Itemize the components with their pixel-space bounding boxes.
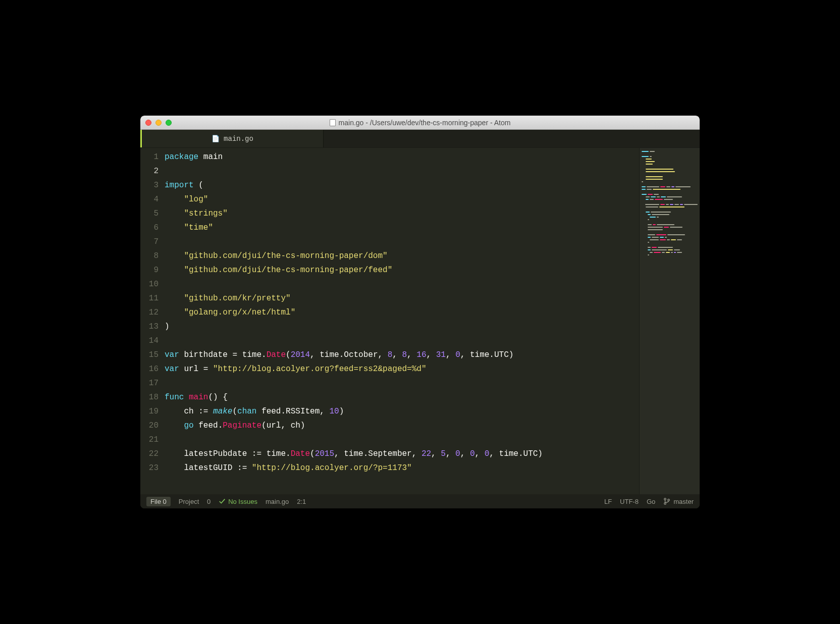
line-number[interactable]: 22: [140, 447, 159, 461]
project-label: Project: [179, 498, 199, 505]
code-line[interactable]: latestPubdate := time.Date(2015, time.Se…: [165, 447, 639, 461]
editor-body: 1234567891011121314151617181920212223 pa…: [140, 148, 700, 494]
code-line[interactable]: [165, 277, 639, 291]
tab-bar-empty[interactable]: [324, 130, 700, 147]
line-number[interactable]: 7: [140, 235, 159, 249]
code-line[interactable]: ): [165, 320, 639, 334]
git-branch[interactable]: master: [663, 498, 694, 505]
code-line[interactable]: latestGUID := "http://blog.acolyer.org/?…: [165, 461, 639, 475]
tab-main-go[interactable]: 📄 main.go: [142, 130, 324, 147]
project-count: 0: [207, 498, 211, 505]
line-number[interactable]: 21: [140, 433, 159, 447]
minimap-line: [642, 237, 698, 238]
minimap-line: [642, 227, 698, 228]
line-number[interactable]: 9: [140, 263, 159, 277]
minimap-line: [642, 151, 698, 152]
encoding-selector[interactable]: UTF-8: [620, 498, 639, 505]
minimap-line: [642, 222, 698, 223]
code-line[interactable]: [165, 235, 639, 249]
svg-point-2: [668, 499, 670, 501]
linter-file[interactable]: File 0: [146, 497, 171, 506]
close-icon[interactable]: [145, 120, 151, 126]
line-number[interactable]: 8: [140, 249, 159, 263]
code-line[interactable]: [165, 376, 639, 390]
minimap-line: [642, 204, 698, 205]
minimap-line: [642, 166, 698, 167]
tab-label: main.go: [224, 135, 253, 143]
line-number[interactable]: 16: [140, 362, 159, 376]
language-selector[interactable]: Go: [647, 498, 655, 505]
line-number[interactable]: 2: [140, 164, 159, 178]
code-line[interactable]: go feed.Paginate(url, ch): [165, 419, 639, 433]
line-number[interactable]: 15: [140, 348, 159, 362]
text-editor[interactable]: 1234567891011121314151617181920212223 pa…: [140, 148, 639, 494]
eol-text: LF: [604, 498, 612, 505]
code-line[interactable]: ch := make(chan feed.RSSItem, 10): [165, 404, 639, 419]
minimap-line: [642, 161, 698, 162]
maximize-icon[interactable]: [166, 120, 172, 126]
code-line[interactable]: [165, 433, 639, 447]
eol-selector[interactable]: LF: [604, 498, 612, 505]
titlebar[interactable]: main.go - /Users/uwe/dev/the-cs-morning-…: [140, 116, 700, 130]
minimap-line: [642, 174, 698, 175]
minimap-line: [642, 206, 698, 207]
code-line[interactable]: [165, 164, 639, 178]
svg-point-1: [664, 503, 666, 505]
code-area[interactable]: package mainimport ( "log" "strings" "ti…: [163, 150, 639, 494]
git-branch-icon: [663, 498, 670, 505]
minimap-line: [642, 254, 698, 255]
line-number[interactable]: 23: [140, 461, 159, 475]
line-number[interactable]: 10: [140, 277, 159, 291]
code-line[interactable]: var url = "http://blog.acolyer.org?feed=…: [165, 362, 639, 376]
minimap-line: [642, 196, 698, 197]
line-number[interactable]: 14: [140, 334, 159, 348]
svg-point-0: [664, 498, 666, 500]
line-number[interactable]: 20: [140, 419, 159, 433]
minimap-line: [642, 186, 698, 187]
code-line[interactable]: func main() {: [165, 390, 639, 404]
app-window: main.go - /Users/uwe/dev/the-cs-morning-…: [140, 116, 700, 508]
tab-bar: 📄 main.go: [140, 130, 700, 148]
code-line[interactable]: "github.com/djui/the-cs-morning-paper/do…: [165, 249, 639, 263]
code-line[interactable]: "log": [165, 192, 639, 206]
minimize-icon[interactable]: [155, 120, 162, 126]
document-icon: [330, 119, 336, 126]
minimap-line: [642, 169, 698, 170]
linter-status[interactable]: No Issues: [219, 498, 257, 505]
line-number[interactable]: 17: [140, 376, 159, 390]
cursor-text: 2:1: [297, 498, 306, 505]
code-line[interactable]: var birthdate = time.Date(2014, time.Oct…: [165, 348, 639, 362]
file-code-icon: 📄: [212, 135, 220, 143]
line-number[interactable]: 5: [140, 206, 159, 221]
linter-project[interactable]: Project 0: [179, 498, 211, 505]
path-text: main.go: [266, 498, 289, 505]
code-line[interactable]: import (: [165, 178, 639, 192]
line-number[interactable]: 4: [140, 192, 159, 206]
line-number[interactable]: 11: [140, 291, 159, 305]
minimap-line: [642, 181, 698, 182]
line-number[interactable]: 1: [140, 150, 159, 164]
minimap-line: [642, 191, 698, 192]
code-line[interactable]: [165, 334, 639, 348]
minimap[interactable]: [639, 148, 700, 494]
code-line[interactable]: "time": [165, 221, 639, 235]
line-number[interactable]: 3: [140, 178, 159, 192]
code-line[interactable]: package main: [165, 150, 639, 164]
line-number[interactable]: 6: [140, 221, 159, 235]
cursor-position[interactable]: 2:1: [297, 498, 306, 505]
line-number[interactable]: 13: [140, 320, 159, 334]
status-path[interactable]: main.go: [266, 498, 289, 505]
code-line[interactable]: "strings": [165, 206, 639, 221]
code-line[interactable]: "github.com/djui/the-cs-morning-paper/fe…: [165, 263, 639, 277]
line-number[interactable]: 19: [140, 404, 159, 419]
line-number[interactable]: 18: [140, 390, 159, 404]
minimap-line: [642, 153, 698, 154]
minimap-line: [642, 189, 698, 190]
code-line[interactable]: "golang.org/x/net/html": [165, 305, 639, 320]
line-gutter[interactable]: 1234567891011121314151617181920212223: [140, 150, 163, 494]
minimap-line: [642, 239, 698, 240]
line-number[interactable]: 12: [140, 305, 159, 320]
code-line[interactable]: "github.com/kr/pretty": [165, 291, 639, 305]
minimap-line: [642, 232, 698, 233]
traffic-lights: [140, 120, 172, 126]
